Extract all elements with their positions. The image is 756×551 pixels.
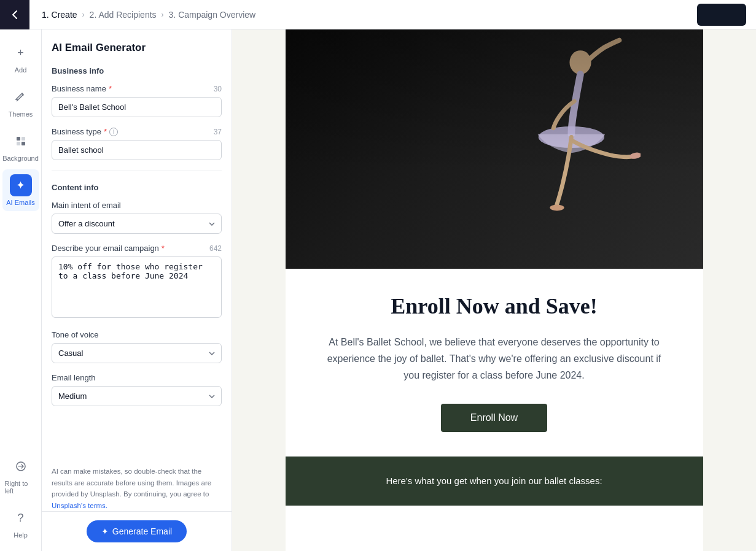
step-create[interactable]: 1. Create — [42, 10, 77, 20]
sidebar-item-right-to-left[interactable]: Right to left — [2, 450, 39, 499]
step-separator-1: › — [82, 10, 85, 19]
business-type-label: Business type * i 37 — [52, 127, 222, 136]
business-info-section: Business info — [52, 66, 222, 75]
campaign-description-label: Describe your email campaign * 642 — [52, 244, 222, 253]
email-preview: Enroll Now and Save! At Bell's Ballet Sc… — [286, 29, 703, 551]
email-body: Enroll Now and Save! At Bell's Ballet Sc… — [286, 269, 703, 457]
enroll-now-button[interactable]: Enroll Now — [441, 404, 547, 432]
panel-title: AI Email Generator — [52, 42, 222, 54]
sidebar-item-background[interactable]: Background — [2, 125, 39, 167]
add-icon: + — [10, 42, 32, 64]
business-name-label: Business name * 30 — [52, 84, 222, 93]
email-length-label: Email length — [52, 373, 222, 382]
svg-rect-2 — [17, 142, 20, 145]
sidebar-bottom: Right to left ? Help — [2, 450, 39, 544]
main-layout: + Add Themes Background — [0, 29, 756, 551]
step-campaign-overview[interactable]: 3. Campaign Overview — [169, 10, 256, 20]
top-nav-action-button[interactable] — [697, 4, 746, 26]
business-name-input[interactable] — [52, 97, 222, 117]
step-separator-2: › — [162, 10, 164, 19]
sidebar-item-ai-emails[interactable]: ✦ AI Emails — [2, 169, 39, 211]
svg-rect-3 — [21, 142, 25, 145]
step-add-recipients[interactable]: 2. Add Recipients — [90, 10, 157, 20]
campaign-description-textarea[interactable]: 10% off for those who register to a clas… — [52, 256, 222, 318]
panel-footer: ✦ Generate Email — [42, 511, 232, 551]
tone-label: Tone of voice — [52, 330, 222, 339]
email-headline: Enroll Now and Save! — [322, 293, 666, 319]
generate-email-button[interactable]: ✦ Generate Email — [87, 520, 187, 542]
business-name-required: * — [109, 84, 112, 93]
business-name-group: Business name * 30 — [52, 84, 222, 117]
back-button[interactable] — [0, 0, 29, 29]
disclaimer-text: AI can make mistakes, so double-check th… — [42, 466, 232, 511]
sidebar-item-themes[interactable]: Themes — [2, 81, 39, 123]
unsplash-link[interactable]: Unsplash's terms. — [52, 502, 107, 509]
ai-emails-icon: ✦ — [10, 174, 32, 196]
svg-rect-0 — [17, 137, 20, 141]
help-icon: ? — [10, 507, 32, 529]
tone-of-voice-group: Tone of voice Casual Formal Friendly Pro… — [52, 330, 222, 363]
business-type-required: * — [104, 127, 107, 136]
breadcrumb-steps: 1. Create › 2. Add Recipients › 3. Campa… — [29, 10, 697, 20]
campaign-required: * — [162, 244, 165, 253]
content-info-label: Content info — [52, 183, 222, 192]
right-to-left-icon — [10, 455, 32, 477]
content-info-section: Content info Main intent of email Offer … — [52, 170, 222, 406]
icon-sidebar: + Add Themes Background — [0, 29, 42, 551]
ai-panel: AI Email Generator Business info Busines… — [42, 29, 232, 551]
sidebar-item-help[interactable]: ? Help — [2, 502, 39, 544]
email-body-text: At Bell's Ballet School, we believe that… — [322, 334, 666, 384]
ballet-image — [286, 29, 703, 269]
footer-text: Here's what you get when you join our ba… — [310, 474, 679, 488]
top-nav: 1. Create › 2. Add Recipients › 3. Campa… — [0, 0, 756, 29]
background-icon — [10, 130, 32, 152]
themes-icon — [10, 86, 32, 108]
campaign-description-group: Describe your email campaign * 642 10% o… — [52, 244, 222, 320]
sparkle-icon: ✦ — [101, 526, 109, 536]
svg-rect-1 — [21, 137, 25, 141]
business-type-info-icon[interactable]: i — [109, 128, 118, 136]
sidebar-item-add[interactable]: + Add — [2, 37, 39, 79]
email-hero — [286, 29, 703, 269]
email-preview-area: Enroll Now and Save! At Bell's Ballet Sc… — [232, 29, 756, 551]
email-length-select[interactable]: Short Medium Long — [52, 386, 222, 406]
tone-select[interactable]: Casual Formal Friendly Professional — [52, 343, 222, 363]
email-length-group: Email length Short Medium Long — [52, 373, 222, 406]
business-type-input[interactable] — [52, 140, 222, 160]
main-intent-label: Main intent of email — [52, 201, 222, 210]
hero-overlay — [286, 29, 703, 269]
main-intent-select[interactable]: Offer a discount Promote a product Share… — [52, 214, 222, 234]
main-intent-group: Main intent of email Offer a discount Pr… — [52, 201, 222, 234]
top-nav-action-area — [697, 4, 746, 26]
email-footer: Here's what you get when you join our ba… — [286, 457, 703, 506]
business-type-group: Business type * i 37 — [52, 127, 222, 160]
